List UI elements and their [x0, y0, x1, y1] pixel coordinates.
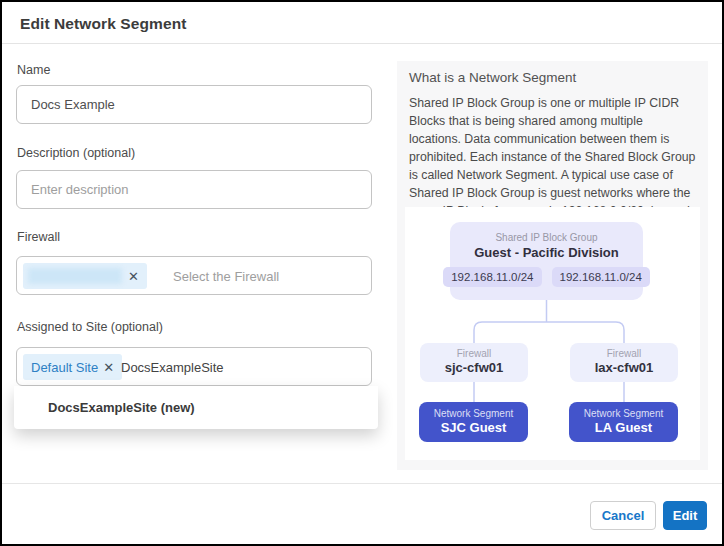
name-input[interactable]: [16, 85, 372, 124]
shared-ip-block-group-node: Shared IP Block Group Guest - Pacific Di…: [450, 222, 643, 300]
info-panel: What is a Network Segment Shared IP Bloc…: [397, 61, 708, 470]
default-site-chip-label: Default Site: [31, 360, 98, 375]
edit-button[interactable]: Edit: [663, 501, 707, 530]
cidr-chip-row: 192.168.11.0/24 192.168.11.0/24: [450, 267, 643, 287]
description-field-label: Description (optional): [17, 146, 135, 160]
remove-site-chip-icon[interactable]: ✕: [103, 360, 114, 375]
cidr-chip: 192.168.11.0/24: [443, 267, 541, 287]
segment-node-name: SJC Guest: [419, 420, 528, 435]
firewall-field-label: Firewall: [17, 230, 60, 244]
segment-node-name: LA Guest: [569, 420, 678, 435]
header-divider: [2, 43, 722, 44]
edit-network-segment-dialog: Edit Network Segment Name Description (o…: [2, 2, 722, 544]
dialog-title: Edit Network Segment: [20, 15, 187, 33]
group-node-name: Guest - Pacific Division: [450, 245, 643, 260]
site-select-field[interactable]: Default Site ✕ DocsExampleSite: [16, 347, 372, 386]
footer-divider: [2, 483, 722, 484]
site-typed-value: DocsExampleSite: [121, 360, 224, 375]
segment-node-type-label: Network Segment: [569, 408, 678, 419]
screenshot-frame: Edit Network Segment Name Description (o…: [0, 0, 724, 546]
segment-node-la: Network Segment LA Guest: [569, 402, 678, 442]
cancel-button[interactable]: Cancel: [590, 501, 656, 530]
firewall-node-name: lax-cfw01: [570, 360, 678, 375]
redacted-firewall-name: [28, 268, 122, 284]
firewall-placeholder: Select the Firewall: [173, 269, 279, 284]
description-input[interactable]: [16, 170, 372, 209]
segment-node-type-label: Network Segment: [419, 408, 528, 419]
info-heading: What is a Network Segment: [409, 70, 576, 85]
firewall-chip[interactable]: ✕: [23, 263, 147, 289]
firewall-node-type-label: Firewall: [570, 348, 678, 359]
cidr-chip: 192.168.11.0/24: [552, 267, 650, 287]
network-segment-diagram: Shared IP Block Group Guest - Pacific Di…: [405, 207, 700, 460]
name-field-label: Name: [17, 63, 50, 77]
site-suggestions-dropdown: DocsExampleSite (new): [14, 386, 378, 429]
firewall-node-sjc: Firewall sjc-cfw01: [420, 343, 528, 382]
firewall-node-type-label: Firewall: [420, 348, 528, 359]
remove-firewall-chip-icon[interactable]: ✕: [128, 269, 139, 284]
site-field-label: Assigned to Site (optional): [17, 320, 163, 334]
group-node-type-label: Shared IP Block Group: [450, 232, 643, 243]
firewall-select-field[interactable]: ✕ Select the Firewall: [16, 256, 372, 295]
firewall-node-lax: Firewall lax-cfw01: [570, 343, 678, 382]
default-site-chip[interactable]: Default Site ✕: [23, 354, 122, 380]
firewall-node-name: sjc-cfw01: [420, 360, 528, 375]
site-suggestion-new[interactable]: DocsExampleSite (new): [14, 400, 378, 415]
segment-node-sjc: Network Segment SJC Guest: [419, 402, 528, 442]
